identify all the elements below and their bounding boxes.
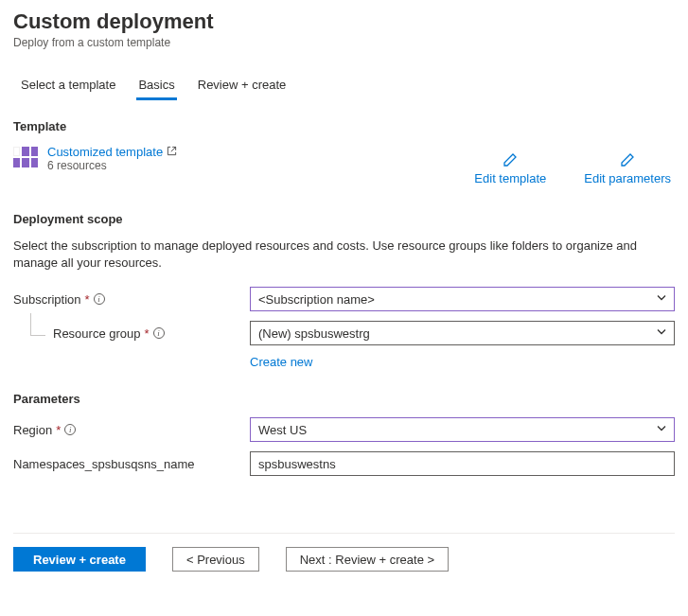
tab-basics[interactable]: Basics (136, 72, 176, 100)
scope-heading: Deployment scope (13, 212, 675, 226)
indent-line (30, 313, 45, 336)
template-section: Customized template 6 resources Edit tem… (13, 145, 675, 185)
resource-group-label: Resource group * i (13, 326, 250, 341)
next-button[interactable]: Next : Review + create > (286, 547, 449, 572)
create-new-link[interactable]: Create new (250, 355, 675, 369)
namespace-input[interactable] (250, 451, 675, 476)
required-asterisk: * (56, 423, 61, 437)
tab-review-create[interactable]: Review + create (196, 72, 289, 100)
review-create-button[interactable]: Review + create (13, 547, 146, 572)
resource-group-dropdown[interactable] (250, 321, 675, 345)
parameters-heading: Parameters (13, 392, 675, 406)
previous-button[interactable]: < Previous (172, 547, 259, 572)
footer-bar: Review + create < Previous Next : Review… (13, 533, 675, 581)
subscription-label: Subscription * i (13, 292, 250, 307)
region-label: Region * i (13, 423, 250, 437)
tab-select-template[interactable]: Select a template (19, 72, 117, 100)
info-icon[interactable]: i (153, 327, 165, 339)
required-asterisk: * (85, 292, 90, 307)
page-title: Custom deployment (13, 9, 675, 34)
required-asterisk: * (145, 326, 150, 341)
resource-group-label-text: Resource group (53, 326, 141, 341)
subscription-label-text: Subscription (13, 292, 81, 307)
template-resources-count: 6 resources (47, 159, 177, 172)
external-link-icon (167, 146, 177, 158)
page-subtitle: Deploy from a custom template (13, 36, 675, 49)
edit-template-label: Edit template (474, 171, 546, 185)
scope-description: Select the subscription to manage deploy… (13, 238, 675, 272)
edit-parameters-label: Edit parameters (584, 171, 671, 185)
namespace-label-text: Namespaces_spsbusqsns_name (13, 457, 195, 471)
region-dropdown[interactable] (250, 417, 675, 442)
tabs-bar: Select a template Basics Review + create (13, 72, 675, 100)
region-label-text: Region (13, 423, 52, 437)
template-heading: Template (13, 119, 675, 133)
pencil-icon (503, 152, 518, 167)
customized-template-link[interactable]: Customized template (47, 145, 177, 159)
info-icon[interactable]: i (94, 293, 105, 305)
edit-parameters-link[interactable]: Edit parameters (584, 152, 671, 185)
template-grid-icon (13, 147, 38, 167)
subscription-dropdown[interactable] (250, 287, 675, 311)
edit-template-link[interactable]: Edit template (474, 152, 546, 185)
namespace-label: Namespaces_spsbusqsns_name (13, 457, 250, 471)
template-link-text: Customized template (47, 145, 163, 159)
pencil-icon (620, 152, 635, 167)
info-icon[interactable]: i (64, 424, 76, 435)
